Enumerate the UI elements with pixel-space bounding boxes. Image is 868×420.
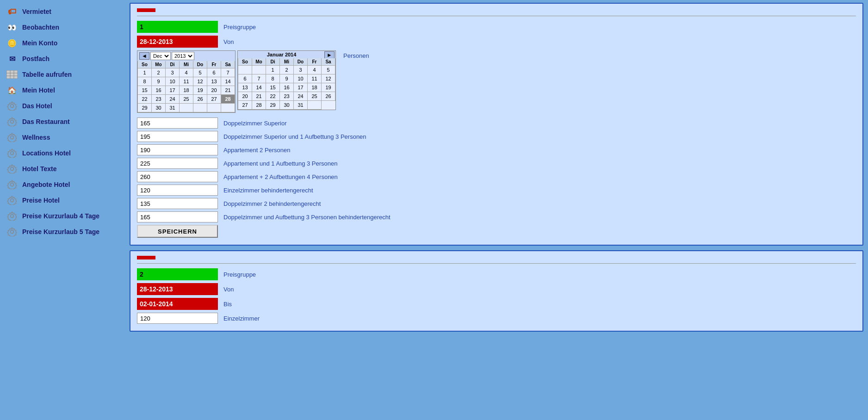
von-row-2[interactable]: 28-12-2013 Von bbox=[137, 283, 856, 295]
price-input-1-2[interactable] bbox=[137, 144, 218, 155]
jan-25[interactable]: 25 bbox=[308, 92, 322, 101]
dec-6[interactable]: 6 bbox=[207, 68, 221, 77]
jan-13[interactable]: 13 bbox=[238, 83, 252, 92]
dec-8[interactable]: 8 bbox=[138, 77, 152, 86]
save-button-1[interactable]: SPEICHERN bbox=[137, 225, 218, 238]
bis-date-2[interactable]: 02-01-2014 bbox=[137, 298, 218, 310]
jan-21[interactable]: 21 bbox=[252, 92, 266, 101]
bis-row-2[interactable]: 02-01-2014 Bis bbox=[137, 298, 856, 310]
jan-1[interactable]: 1 bbox=[266, 66, 280, 74]
sidebar-item-angebote-hotel[interactable]: Angebote Hotel bbox=[0, 177, 125, 192]
sidebar-item-das-restaurant[interactable]: Das Restaurant bbox=[0, 114, 125, 130]
sidebar-item-mein-konto[interactable]: 🪙Mein Konto bbox=[0, 35, 125, 51]
von-date-1[interactable]: 28-12-2013 bbox=[137, 36, 218, 48]
dec-24[interactable]: 24 bbox=[166, 95, 180, 104]
dec-13[interactable]: 13 bbox=[207, 77, 221, 86]
sidebar-item-das-hotel[interactable]: Das Hotel bbox=[0, 98, 125, 114]
dec-23[interactable]: 23 bbox=[152, 95, 166, 104]
jan-31[interactable]: 31 bbox=[294, 101, 308, 110]
cal-year-select[interactable]: 20132014 bbox=[172, 52, 194, 60]
jan-27[interactable]: 27 bbox=[238, 101, 252, 110]
jan-12[interactable]: 12 bbox=[322, 74, 335, 83]
jan-22[interactable]: 22 bbox=[266, 92, 280, 101]
jan-23[interactable]: 23 bbox=[280, 92, 294, 101]
jan-20[interactable]: 20 bbox=[238, 92, 252, 101]
jan-7[interactable]: 7 bbox=[252, 74, 266, 83]
price-input-2-0[interactable] bbox=[137, 313, 218, 324]
dec-16[interactable]: 16 bbox=[152, 86, 166, 95]
jan-6[interactable]: 6 bbox=[238, 74, 252, 83]
jan-17[interactable]: 17 bbox=[294, 83, 308, 92]
dec-12[interactable]: 12 bbox=[193, 77, 207, 86]
jan-15[interactable]: 15 bbox=[266, 83, 280, 92]
dec-10[interactable]: 10 bbox=[166, 77, 180, 86]
price-input-1-3[interactable] bbox=[137, 158, 218, 169]
jan-2[interactable]: 2 bbox=[280, 66, 294, 74]
von-row-1[interactable]: 28-12-2013 Von bbox=[137, 36, 856, 48]
jan-5[interactable]: 5 bbox=[322, 66, 335, 74]
dec-22[interactable]: 22 bbox=[138, 95, 152, 104]
jan-9[interactable]: 9 bbox=[280, 74, 294, 83]
jan-19[interactable]: 19 bbox=[322, 83, 335, 92]
sidebar-item-wellness[interactable]: Wellness bbox=[0, 130, 125, 145]
dec-4[interactable]: 4 bbox=[180, 68, 193, 77]
dec-11[interactable]: 11 bbox=[180, 77, 193, 86]
dec-26[interactable]: 26 bbox=[193, 95, 207, 104]
dec-25[interactable]: 25 bbox=[180, 95, 193, 104]
sidebar-item-hotel-texte[interactable]: Hotel Texte bbox=[0, 161, 125, 177]
dec-14[interactable]: 14 bbox=[221, 77, 235, 86]
sidebar-item-postfach[interactable]: ✉Postfach bbox=[0, 51, 125, 67]
dec-5[interactable]: 5 bbox=[193, 68, 207, 77]
jan-14[interactable]: 14 bbox=[252, 83, 266, 92]
dec-17[interactable]: 17 bbox=[166, 86, 180, 95]
jan-8[interactable]: 8 bbox=[266, 74, 280, 83]
jan-26[interactable]: 26 bbox=[322, 92, 335, 101]
dec-28[interactable]: 28 bbox=[221, 95, 235, 104]
dec-21[interactable]: 21 bbox=[221, 86, 235, 95]
sidebar-label-postfach: Postfach bbox=[22, 55, 50, 62]
dec-7[interactable]: 7 bbox=[221, 68, 235, 77]
jan-3[interactable]: 3 bbox=[294, 66, 308, 74]
price-input-1-4[interactable] bbox=[137, 171, 218, 182]
cal-prev[interactable]: ◄ bbox=[139, 52, 149, 60]
dec-2[interactable]: 2 bbox=[152, 68, 166, 77]
dec-1[interactable]: 1 bbox=[138, 68, 152, 77]
jan-4[interactable]: 4 bbox=[308, 66, 322, 74]
dec-15[interactable]: 15 bbox=[138, 86, 152, 95]
dec-18[interactable]: 18 bbox=[180, 86, 193, 95]
calendar-dec[interactable]: ◄ DecJanFeb 20132014 So Mo Di Mi Do Fr S… bbox=[137, 50, 236, 113]
sidebar-item-preise-kurzurlaub5[interactable]: Preise Kurzurlaub 5 Tage bbox=[0, 224, 125, 240]
sidebar-item-locations-hotel[interactable]: Locations Hotel bbox=[0, 145, 125, 161]
price-input-1-6[interactable] bbox=[137, 198, 218, 209]
cal-month-select[interactable]: DecJanFeb bbox=[150, 52, 171, 60]
dec-9[interactable]: 9 bbox=[152, 77, 166, 86]
sidebar-item-preise-hotel[interactable]: Preise Hotel bbox=[0, 192, 125, 208]
dec-20[interactable]: 20 bbox=[207, 86, 221, 95]
dec-19[interactable]: 19 bbox=[193, 86, 207, 95]
sidebar-item-vermietet[interactable]: 🏷Vermietet bbox=[0, 4, 125, 19]
jan-16[interactable]: 16 bbox=[280, 83, 294, 92]
jan-10[interactable]: 10 bbox=[294, 74, 308, 83]
price-input-1-7[interactable] bbox=[137, 211, 218, 222]
jan-18[interactable]: 18 bbox=[308, 83, 322, 92]
dec-29[interactable]: 29 bbox=[138, 104, 152, 112]
dec-31[interactable]: 31 bbox=[166, 104, 180, 112]
jan-11[interactable]: 11 bbox=[308, 74, 322, 83]
price-input-1-0[interactable] bbox=[137, 117, 218, 129]
dec-30[interactable]: 30 bbox=[152, 104, 166, 112]
dec-3[interactable]: 3 bbox=[166, 68, 180, 77]
calendar-jan[interactable]: Januar 2014 ► So Mo Di Mi Do Fr Sa 1 2 bbox=[237, 50, 336, 110]
sidebar-item-mein-hotel[interactable]: 🏠Mein Hotel bbox=[0, 82, 125, 98]
jan-24[interactable]: 24 bbox=[294, 92, 308, 101]
cal-next[interactable]: ► bbox=[324, 51, 335, 59]
von-date-2[interactable]: 28-12-2013 bbox=[137, 283, 218, 295]
sidebar-item-tabelle[interactable]: Tabelle aufrufen bbox=[0, 67, 125, 82]
jan-29[interactable]: 29 bbox=[266, 101, 280, 110]
dec-27[interactable]: 27 bbox=[207, 95, 221, 104]
price-input-1-1[interactable] bbox=[137, 131, 218, 142]
sidebar-item-beobachten[interactable]: 👀Beobachten bbox=[0, 19, 125, 35]
price-input-1-5[interactable] bbox=[137, 185, 218, 196]
jan-28[interactable]: 28 bbox=[252, 101, 266, 110]
sidebar-item-preise-kurzurlaub4[interactable]: Preise Kurzurlaub 4 Tage bbox=[0, 208, 125, 224]
jan-30[interactable]: 30 bbox=[280, 101, 294, 110]
